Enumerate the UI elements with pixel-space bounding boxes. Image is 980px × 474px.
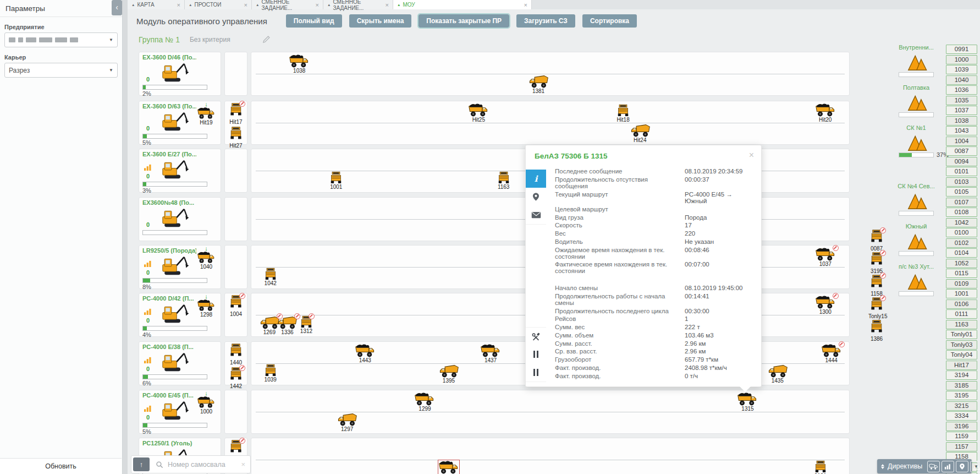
toolbar-button[interactable]: Загрузить СЗ [516, 14, 575, 28]
tab-info[interactable]: i [526, 170, 546, 188]
roster-item[interactable]: 0087 [946, 146, 977, 156]
queue-truck[interactable]: Hit17 [228, 103, 244, 126]
close-icon[interactable]: × [311, 2, 319, 8]
lane-truck[interactable]: 1443 [353, 344, 377, 363]
truck-at-shovel[interactable]: ↓1298 [194, 294, 219, 317]
queue-truck[interactable]: 1004 [228, 295, 244, 318]
clear-icon[interactable]: × [241, 460, 245, 468]
roster-item[interactable]: 0115 [946, 269, 977, 278]
lane-truck[interactable]: 1300 [813, 295, 838, 315]
parked-truck[interactable]: 1158 [868, 275, 885, 298]
lane-truck[interactable]: 1039 [263, 364, 278, 383]
roster-item[interactable]: Hit17 [946, 361, 977, 370]
queue-truck[interactable]: Hit27 [228, 127, 244, 150]
roster-item[interactable]: 0109 [946, 279, 977, 288]
shovel-card[interactable]: PC-4000 E/45 (П...05%↓1000 [139, 390, 221, 434]
close-icon[interactable]: × [240, 2, 247, 8]
lane-truck[interactable]: 1381 [526, 74, 550, 94]
roster-item[interactable]: 0100 [946, 228, 977, 237]
parked-truck[interactable]: Tonly15 [868, 297, 885, 320]
lane-truck[interactable]: Hit18 [616, 104, 630, 123]
roster-item[interactable]: 1043 [946, 126, 977, 135]
lane-truck[interactable]: Hit20 [813, 103, 838, 123]
roster-item[interactable]: Tonly04 [946, 350, 977, 359]
roster-item[interactable]: 0106 [946, 299, 977, 309]
close-icon[interactable]: × [173, 2, 180, 8]
dump-site[interactable]: Полтавка [888, 84, 945, 117]
lane-truck[interactable]: 1312 [299, 315, 313, 334]
lane-truck[interactable]: 1038 [287, 54, 311, 74]
roster-item[interactable]: 3215 [946, 401, 977, 411]
tab-сменное-задание-[interactable]: ▲СМЕННОЕ ЗАДАНИЕ...× [252, 0, 323, 9]
dump-site[interactable]: СК №137% [888, 124, 945, 157]
roster-item[interactable]: 1000 [946, 55, 977, 64]
shovel-card[interactable]: EX3600№48 (По...0 [139, 197, 221, 241]
lane-truck[interactable]: 1299 [412, 392, 437, 412]
tab-service[interactable] [526, 327, 546, 346]
lane-truck[interactable]: 1395 [437, 364, 461, 384]
roster-item[interactable]: 0102 [946, 238, 977, 248]
roster-item[interactable]: 0111 [946, 309, 977, 319]
search-input[interactable] [167, 460, 241, 469]
roster-item[interactable]: 1038 [946, 116, 977, 126]
lane-truck[interactable]: 0101 [813, 460, 828, 474]
roster-item[interactable]: Tonly03 [946, 340, 977, 350]
roster-item[interactable]: 1035 [946, 96, 977, 105]
roster-item[interactable]: 3185 [946, 381, 977, 390]
shovel-card[interactable]: LR9250/5 (Порода)08%↓1040 [139, 245, 221, 289]
parked-truck[interactable]: 1386 [868, 320, 885, 343]
truck-at-shovel[interactable]: ↓1000 [194, 391, 219, 414]
lane-truck[interactable]: 1435 [766, 364, 790, 384]
roster-item[interactable]: 1052 [946, 259, 977, 268]
lane-truck[interactable] [437, 460, 461, 474]
roster-item[interactable]: 3194 [946, 371, 977, 380]
toolbar-button[interactable]: Показать закрытые ПР [419, 14, 509, 28]
lane-truck[interactable]: 1437 [478, 344, 503, 363]
roster-item[interactable]: 3195 [946, 391, 977, 400]
roster-item[interactable]: 0107 [946, 198, 977, 207]
roster-item[interactable]: 0101 [946, 167, 977, 176]
shovel-card[interactable]: EX-3600 D/63 (По...05%↓Hit19 [139, 101, 221, 145]
map-button[interactable] [956, 461, 968, 472]
sort-arrows-icon[interactable] [881, 464, 884, 469]
lane-truck[interactable]: 1336 [275, 315, 299, 335]
roster-item[interactable]: 3334 [946, 411, 977, 421]
roster-item[interactable]: 1036 [946, 85, 977, 95]
close-icon[interactable]: × [520, 2, 527, 8]
roster-item[interactable]: 1040 [946, 75, 977, 85]
roster-item[interactable]: 1039 [946, 65, 977, 74]
roster-item[interactable]: 0104 [946, 248, 977, 258]
trucks-filter-button[interactable] [927, 461, 940, 472]
pause-button-1[interactable] [526, 345, 546, 364]
enterprise-select[interactable]: ▼ [4, 32, 118, 47]
tab-messages[interactable] [526, 206, 546, 225]
queue-truck[interactable]: 1442 [228, 367, 244, 390]
sidebar-collapse-button[interactable]: ‹ [112, 0, 122, 15]
close-icon[interactable]: × [381, 2, 389, 8]
lane-truck[interactable]: Hit25 [466, 103, 491, 123]
toolbar-button[interactable]: Сортировка [582, 14, 637, 28]
tab-location[interactable] [526, 188, 546, 206]
tab-простои[interactable]: ▲ПРОСТОИ× [185, 0, 252, 9]
roster-item[interactable]: 1157 [946, 442, 977, 451]
roster-item[interactable]: 0094 [946, 157, 977, 166]
refresh-button[interactable]: Обновить [0, 458, 122, 474]
truck-at-shovel[interactable]: ↓1040 [194, 246, 219, 269]
shovel-card[interactable]: PC-4000 D/42 (П...04%↓1298 [139, 293, 221, 337]
lane-truck[interactable]: 1315 [735, 392, 759, 412]
pause-button-2[interactable] [526, 363, 546, 382]
dump-site[interactable]: п/с №3 Хут... [888, 263, 945, 296]
roster-item[interactable]: 1159 [946, 432, 977, 441]
queue-truck[interactable]: 1440 [228, 344, 244, 367]
roster-item[interactable]: 1163 [946, 320, 977, 329]
truck-at-shovel[interactable]: ↓Hit19 [194, 102, 219, 125]
tab-сменное-задание-[interactable]: ▲СМЕННОЕ ЗАДАНИЕ...× [323, 0, 393, 9]
lane-truck[interactable]: 1297 [335, 412, 359, 432]
shovel-card[interactable]: EX-3600 D/46 (По...02% [139, 52, 221, 96]
dump-site[interactable]: СК №4 Сев... [888, 183, 945, 216]
queue-truck[interactable] [228, 440, 244, 453]
quarry-select[interactable]: Разрез ▼ [4, 63, 118, 78]
roster-item[interactable]: 0108 [946, 208, 977, 217]
roster-item[interactable]: 3196 [946, 422, 977, 431]
lane-truck[interactable]: 1163 [497, 171, 511, 190]
